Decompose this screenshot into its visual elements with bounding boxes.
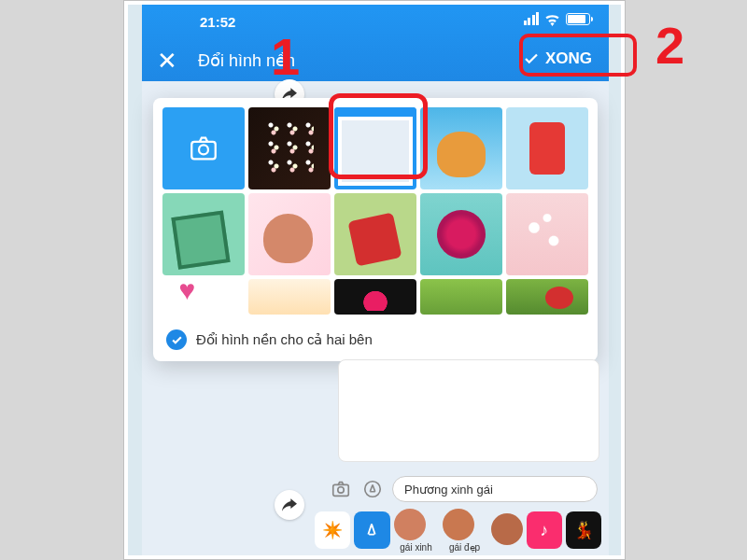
svg-point-1 (199, 145, 208, 154)
bg-tile-blossom[interactable] (506, 193, 588, 275)
tutorial-frame: 21:52 ✕ Đổi hình nền XONG (123, 0, 626, 560)
status-bar: 21:52 (142, 12, 609, 33)
done-label: XONG (545, 49, 592, 68)
bg-tile-coins[interactable] (248, 279, 331, 315)
bg-tile-magenta-flower[interactable] (420, 193, 502, 275)
sugg-item-2[interactable]: gái đẹp (443, 509, 487, 553)
close-icon[interactable]: ✕ (157, 49, 177, 73)
bg-tile-banh-chung[interactable] (162, 193, 245, 275)
svg-point-3 (338, 487, 344, 493)
sugg-music-icon[interactable]: ♪ (527, 511, 562, 549)
camera-icon (188, 133, 219, 164)
sugg-item-1[interactable]: gái xinh (394, 509, 439, 553)
status-right (524, 12, 591, 25)
camera-tile[interactable] (162, 107, 245, 189)
phone-screen: 21:52 ✕ Đổi hình nền XONG (142, 5, 609, 555)
sugg-favorites-icon[interactable]: ✴️ (315, 511, 350, 549)
sugg-appstore-icon[interactable] (354, 511, 389, 549)
bg-tile-red-envelope[interactable] (506, 107, 588, 189)
wifi-icon (544, 13, 560, 25)
signal-icon (524, 12, 540, 25)
bg-tile-ox-pink[interactable] (248, 193, 331, 275)
sugg-dance-icon[interactable]: 💃 (566, 511, 601, 549)
annotation-number-1: 1 (271, 26, 300, 87)
done-button[interactable]: XONG (519, 44, 596, 74)
bg-tile-lotus[interactable] (334, 279, 416, 315)
bg-tile-flowers-dark[interactable] (248, 107, 331, 189)
bg-tile-green[interactable] (420, 279, 502, 315)
text-input-value: Phương xinh gái (404, 483, 493, 497)
text-input[interactable]: Phương xinh gái (392, 476, 598, 502)
bg-tile-gift[interactable] (334, 193, 416, 275)
annotation-number-2: 2 (655, 15, 684, 76)
bg-tile-hearts[interactable] (162, 279, 245, 315)
background-picker-popup: Đổi hình nền cho cả hai bên (153, 98, 598, 361)
check-icon (523, 50, 540, 67)
background-grid-row3 (162, 279, 588, 315)
status-time: 21:52 (200, 14, 235, 30)
background-grid (162, 107, 588, 275)
bg-tile-selected-blank[interactable] (334, 107, 416, 189)
both-sides-toggle[interactable]: Đổi hình nền cho cả hai bên (162, 326, 588, 352)
both-sides-label: Đổi hình nền cho cả hai bên (196, 331, 373, 348)
checkmark-icon (166, 329, 187, 350)
message-image-bubble[interactable] (338, 359, 599, 462)
bg-tile-ladybug[interactable] (506, 279, 588, 315)
nav-bar: ✕ Đổi hình nền XONG (142, 42, 609, 79)
battery-icon (566, 13, 590, 25)
svg-point-4 (365, 482, 381, 497)
sugg-item-3[interactable] (491, 513, 523, 547)
bg-tile-ox-blue[interactable] (420, 107, 502, 189)
forward-icon-bottom[interactable] (275, 490, 304, 520)
frame-inner: 21:52 ✕ Đổi hình nền XONG (128, 5, 621, 555)
suggestion-row: ✴️ gái xinh gái đẹp ♪ 💃 (315, 509, 601, 552)
camera-input-icon[interactable] (329, 477, 353, 501)
appstore-input-icon[interactable] (360, 477, 385, 501)
input-row: Phương xinh gái (329, 473, 598, 505)
